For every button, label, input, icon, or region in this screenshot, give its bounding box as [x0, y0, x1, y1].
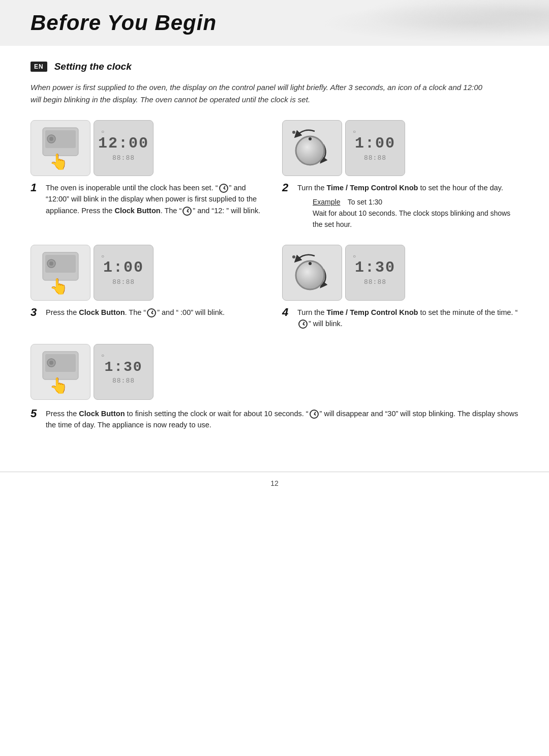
svg-point-14	[296, 261, 324, 289]
knob-arrows-svg-4	[287, 250, 338, 296]
step-2-text: Turn the Time / Temp Control Knob to set…	[297, 184, 503, 192]
svg-point-15	[309, 262, 312, 265]
step-3-number: 3	[30, 306, 42, 319]
clock-symbol-4	[298, 319, 308, 329]
example-value: To set 1:30	[348, 198, 383, 206]
step-2-knob-wrapper	[287, 125, 338, 171]
step-1-clock-display: 12:00	[98, 135, 149, 152]
step-2-illustrations: ○ 1:00 88:88	[282, 120, 518, 176]
step-1-col: 👆 ○ 12:00 88:88 1 The oven is inoperable…	[30, 120, 267, 216]
step-2-number: 2	[282, 181, 293, 194]
hand-press-icon: 👆	[40, 125, 81, 171]
step-5-clock-sub: 88:88	[112, 377, 135, 385]
section-heading: EN Setting the clock	[30, 61, 518, 72]
step-4-clock-sub: 88:88	[364, 278, 386, 286]
step-3-text-block: 3 Press the Clock Button. The “” and “ :…	[30, 307, 267, 319]
display-dot-3: ○	[101, 253, 104, 259]
example-desc: Wait for about 10 seconds. The clock sto…	[313, 208, 518, 230]
step-1-text-block: 1 The oven is inoperable until the clock…	[30, 182, 267, 216]
svg-text:👆: 👆	[49, 376, 69, 395]
svg-text:👆: 👆	[49, 277, 69, 296]
svg-point-3	[49, 137, 53, 141]
step-3-oven-box: 👆	[30, 245, 90, 301]
step-4-display-box: ○ 1:30 88:88	[345, 245, 405, 301]
step-5-text: Press the Clock Button to finish setting…	[46, 408, 518, 431]
step-4-text: Turn the Time / Temp Control Knob to set…	[297, 307, 518, 330]
page-header: Before You Begin	[0, 0, 549, 46]
step-2-clock-sub: 88:88	[364, 154, 386, 162]
step-3-col: 👆 ○ 1:00 88:88 3 Press the Clock Button.…	[30, 245, 267, 319]
step-5-clock-display: 1:30	[104, 359, 142, 375]
clock-symbol-3	[147, 308, 156, 317]
page-footer: 12	[0, 472, 549, 487]
step-5-illustrations: 👆 ○ 1:30 88:88	[30, 344, 158, 400]
knob-arrows-svg	[287, 125, 338, 171]
step-4-text-block: 4 Turn the Time / Temp Control Knob to s…	[282, 307, 518, 330]
step-4-knob-box	[282, 245, 342, 301]
step-3-display-box: ○ 1:00 88:88	[94, 245, 154, 301]
intro-text: When power is first supplied to the oven…	[30, 81, 488, 106]
step-2-knob-box	[282, 120, 342, 176]
step-4-number: 4	[282, 306, 293, 319]
step-3-text: Press the Clock Button. The “” and “ :00…	[46, 307, 225, 318]
clock-symbol-5	[310, 410, 319, 419]
svg-text:👆: 👆	[49, 153, 69, 171]
step-2-example: Example To set 1:30 Wait for about 10 se…	[313, 197, 518, 230]
step-2-col: ○ 1:00 88:88 2 Turn the Time / Temp Cont…	[282, 120, 518, 230]
page-number: 12	[270, 479, 279, 487]
step-2-text-content: Turn the Time / Temp Control Knob to set…	[297, 182, 518, 230]
display-dot-4: ○	[353, 253, 356, 259]
svg-point-6	[296, 136, 324, 165]
step-3-clock-display: 1:00	[103, 259, 144, 276]
example-label: Example	[313, 198, 340, 206]
svg-point-19	[49, 361, 53, 365]
display-dot-2: ○	[353, 129, 356, 134]
step-4-clock-display: 1:30	[355, 259, 395, 276]
step-5-oven-box: 👆	[30, 344, 90, 400]
step-1-illustrations: 👆 ○ 12:00 88:88	[30, 120, 267, 176]
step-4-col: ○ 1:30 88:88 4 Turn the Time / Temp Cont…	[282, 245, 518, 330]
step-3-clock-sub: 88:88	[112, 278, 135, 286]
step-5-display-box: ○ 1:30 88:88	[94, 344, 154, 400]
step-row-3-4: 👆 ○ 1:00 88:88 3 Press the Clock Button.…	[30, 245, 518, 330]
clock-symbol-1	[219, 184, 228, 193]
step-2-text-block: 2 Turn the Time / Temp Control Knob to s…	[282, 182, 518, 230]
step-1-number: 1	[30, 181, 42, 194]
step-3-illustrations: 👆 ○ 1:00 88:88	[30, 245, 267, 301]
svg-point-13	[292, 255, 295, 258]
hand-press-icon-3: 👆	[40, 250, 81, 296]
hand-press-icon-5: 👆	[40, 349, 81, 395]
en-badge: EN	[30, 62, 47, 72]
display-dot-1: ○	[101, 129, 104, 134]
page-title: Before You Begin	[30, 11, 217, 35]
step-row-1-2: 👆 ○ 12:00 88:88 1 The oven is inoperable…	[30, 120, 518, 230]
display-dot-5: ○	[101, 353, 104, 358]
main-content: EN Setting the clock When power is first…	[0, 46, 549, 461]
step-5-number: 5	[30, 407, 42, 420]
step-2-clock-display: 1:00	[355, 135, 395, 152]
svg-point-11	[49, 261, 53, 266]
step-2-display-box: ○ 1:00 88:88	[345, 120, 405, 176]
step-4-knob-wrapper	[287, 250, 338, 296]
clock-symbol-2	[182, 207, 192, 216]
svg-point-5	[292, 131, 295, 134]
step-1-oven-box: 👆	[30, 120, 90, 176]
section-title: Setting the clock	[54, 61, 132, 72]
svg-point-7	[309, 137, 312, 140]
step-1-clock-sub: 88:88	[112, 154, 135, 162]
step-1-display-box: ○ 12:00 88:88	[94, 120, 154, 176]
step-5-text-row: 5 Press the Clock Button to finish setti…	[30, 408, 518, 431]
step-4-illustrations: ○ 1:30 88:88	[282, 245, 518, 301]
step-1-text: The oven is inoperable until the clock h…	[46, 182, 267, 216]
